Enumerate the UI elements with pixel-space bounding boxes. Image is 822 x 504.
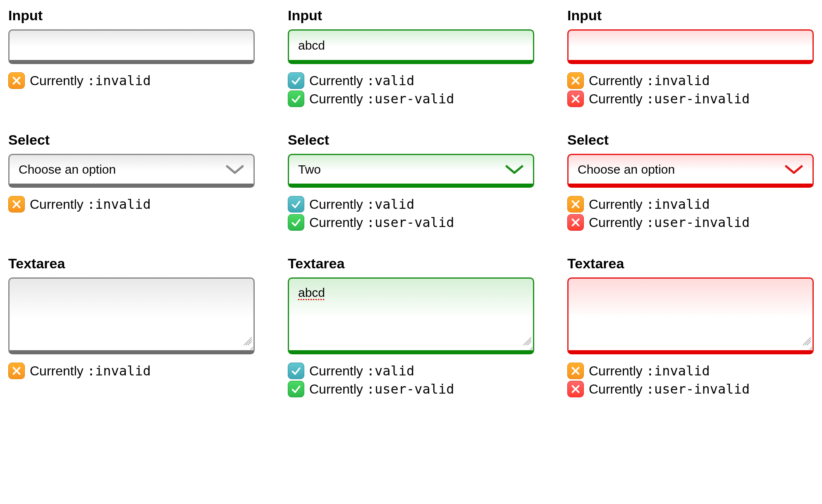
status-row: Currently :user-valid <box>288 214 534 231</box>
x-icon <box>567 91 584 107</box>
status-text: Currently :invalid <box>30 363 151 379</box>
textarea-col2[interactable] <box>567 277 814 354</box>
status-text: Currently :invalid <box>30 196 151 212</box>
status-text: Currently :invalid <box>589 363 710 379</box>
x-icon <box>567 363 584 379</box>
label-select: Select <box>567 132 814 148</box>
status-list: Currently :valid Currently :user-valid <box>288 72 534 107</box>
chevron-down-icon <box>784 164 803 175</box>
select-value: Choose an option <box>19 162 116 177</box>
label-textarea: Textarea <box>567 256 814 272</box>
status-text: Currently :user-invalid <box>589 91 750 107</box>
status-row: Currently :invalid <box>8 196 255 213</box>
status-row: Currently :invalid <box>8 72 255 89</box>
cell-input-col0: Input Currently :invalid <box>8 7 255 107</box>
text-input-col0[interactable] <box>8 29 255 64</box>
status-text: Currently :user-valid <box>309 91 454 107</box>
status-row: Currently :user-invalid <box>567 91 814 107</box>
resize-grip-icon <box>241 334 252 345</box>
cell-input-col2: Input Currently :invalid Currently :user… <box>567 7 814 107</box>
cell-textarea-col1: Textarea abcd Currently :valid Currently… <box>288 256 534 397</box>
chevron-down-icon <box>225 164 244 175</box>
x-icon <box>8 196 25 213</box>
status-list: Currently :invalid Currently :user-inval… <box>567 363 814 397</box>
status-list: Currently :invalid <box>8 196 255 213</box>
resize-grip-icon <box>521 334 531 345</box>
status-row: Currently :valid <box>288 72 534 89</box>
label-input: Input <box>567 7 814 24</box>
status-row: Currently :valid <box>288 363 534 379</box>
check-icon <box>288 91 304 107</box>
status-text: Currently :user-invalid <box>589 381 750 397</box>
cell-select-col1: Select Two Currently :valid Cu <box>288 132 534 231</box>
x-icon <box>8 363 25 379</box>
status-row: Currently :user-valid <box>288 91 534 107</box>
status-row: Currently :user-invalid <box>567 381 814 397</box>
select-value: Choose an option <box>578 162 675 177</box>
check-icon <box>288 196 304 213</box>
select-col2[interactable]: Choose an option <box>567 154 814 188</box>
check-icon <box>288 381 304 397</box>
status-text: Currently :user-invalid <box>589 215 750 230</box>
cell-select-col2: Select Choose an option Currently :inval… <box>567 132 814 231</box>
x-icon <box>567 214 584 231</box>
status-list: Currently :invalid Currently :user-inval… <box>567 196 814 231</box>
status-text: Currently :invalid <box>589 73 710 88</box>
x-icon <box>567 196 584 213</box>
x-icon <box>567 72 584 89</box>
text-input-col2[interactable] <box>567 29 814 64</box>
cell-select-col0: Select Choose an option Currently :inval… <box>8 132 255 231</box>
status-row: Currently :invalid <box>567 196 814 213</box>
status-text: Currently :valid <box>309 73 414 88</box>
x-icon <box>8 72 25 89</box>
textarea-col0[interactable] <box>8 277 255 354</box>
label-input: Input <box>288 7 534 24</box>
label-input: Input <box>8 7 255 24</box>
status-row: Currently :user-valid <box>288 381 534 397</box>
status-text: Currently :valid <box>309 363 414 379</box>
select-col0[interactable]: Choose an option <box>8 154 255 188</box>
label-textarea: Textarea <box>8 256 255 272</box>
select-value: Two <box>298 162 321 177</box>
status-list: Currently :valid Currently :user-valid <box>288 363 534 397</box>
status-text: Currently :user-valid <box>309 381 454 397</box>
status-list: Currently :invalid <box>8 72 255 89</box>
cell-input-col1: Input abcd Currently :valid Currently :u… <box>288 7 534 107</box>
form-states-grid: Input Currently :invalid Input abcd <box>8 7 814 397</box>
check-icon <box>288 363 304 379</box>
status-list: Currently :invalid <box>8 363 255 379</box>
text-input-col1[interactable]: abcd <box>288 29 534 64</box>
status-list: Currently :invalid Currently :user-inval… <box>567 72 814 107</box>
status-row: Currently :invalid <box>8 363 255 379</box>
status-text: Currently :invalid <box>589 196 710 212</box>
label-textarea: Textarea <box>288 256 534 272</box>
check-icon <box>288 72 304 89</box>
chevron-down-icon <box>505 164 524 175</box>
status-text: Currently :valid <box>309 196 414 212</box>
check-icon <box>288 214 304 231</box>
resize-grip-icon <box>800 334 811 345</box>
status-row: Currently :valid <box>288 196 534 213</box>
cell-textarea-col2: Textarea Currently :invalid Currently :u… <box>567 256 814 397</box>
status-row: Currently :invalid <box>567 72 814 89</box>
textarea-col1[interactable]: abcd <box>288 277 534 354</box>
textarea-value: abcd <box>298 286 325 299</box>
text-input-value: abcd <box>298 38 325 53</box>
status-list: Currently :valid Currently :user-valid <box>288 196 534 231</box>
x-icon <box>567 381 584 397</box>
label-select: Select <box>288 132 534 148</box>
status-row: Currently :user-invalid <box>567 214 814 231</box>
label-select: Select <box>8 132 255 148</box>
status-row: Currently :invalid <box>567 363 814 379</box>
cell-textarea-col0: Textarea Currently :invalid <box>8 256 255 397</box>
select-col1[interactable]: Two <box>288 154 534 188</box>
status-text: Currently :invalid <box>30 73 151 88</box>
status-text: Currently :user-valid <box>309 215 454 230</box>
